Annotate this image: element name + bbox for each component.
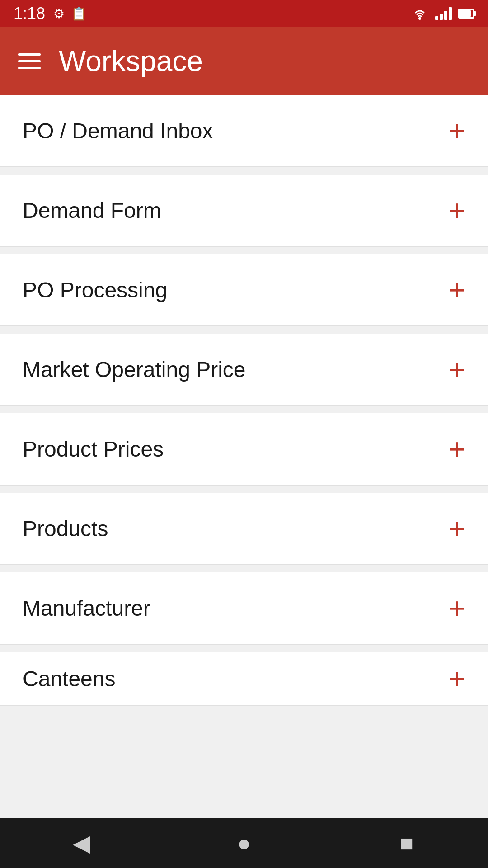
svg-point-0 [418,17,421,20]
wifi-icon [411,7,429,20]
list-gap-1 [0,167,488,175]
status-icons: ⚙ 📋 [53,6,87,21]
hamburger-line-1 [18,53,41,56]
list-item-label-po-processing: PO Processing [23,278,167,302]
list-gap-6 [0,565,488,572]
hamburger-line-2 [18,60,41,62]
list-item-products[interactable]: Products + [0,493,488,565]
recent-apps-button[interactable]: ■ [384,821,429,866]
add-products-button[interactable]: + [449,514,465,543]
list-gap-3 [0,326,488,334]
status-bar-right [411,7,474,20]
list-item-po-demand-inbox[interactable]: PO / Demand Inbox + [0,95,488,167]
list-item-manufacturer[interactable]: Manufacturer + [0,572,488,645]
add-po-processing-button[interactable]: + [449,276,465,305]
home-button[interactable]: ● [221,821,267,866]
add-po-demand-inbox-button[interactable]: + [449,117,465,146]
bottom-nav-bar: ◀ ● ■ [0,818,488,868]
list-item-label-demand-form: Demand Form [23,198,161,223]
list-gap-4 [0,406,488,413]
add-manufacturer-button[interactable]: + [449,594,465,623]
hamburger-line-3 [18,67,41,69]
list-gap-5 [0,486,488,493]
app-title: Workspace [59,44,203,78]
list-gap-7 [0,645,488,652]
status-time: 1:18 [14,4,45,23]
list-item-product-prices[interactable]: Product Prices + [0,413,488,486]
workspace-list: PO / Demand Inbox + Demand Form + PO Pro… [0,95,488,818]
list-item-label-products: Products [23,516,108,541]
add-product-prices-button[interactable]: + [449,435,465,464]
list-item-label-product-prices: Product Prices [23,437,164,462]
list-gap-2 [0,247,488,254]
list-item-canteens[interactable]: Canteens + [0,652,488,706]
list-item-label-market-operating-price: Market Operating Price [23,357,246,382]
list-item-label-manufacturer: Manufacturer [23,596,150,621]
back-button[interactable]: ◀ [59,821,104,866]
signal-bars-icon [435,7,452,20]
app-bar: Workspace [0,27,488,95]
list-item-demand-form[interactable]: Demand Form + [0,175,488,247]
status-bar: 1:18 ⚙ 📋 [0,0,488,27]
add-canteens-button[interactable]: + [449,665,465,693]
battery-icon [458,9,474,19]
clipboard-icon: 📋 [71,6,87,21]
list-item-market-operating-price[interactable]: Market Operating Price + [0,334,488,406]
hamburger-menu-button[interactable] [18,53,41,69]
settings-icon: ⚙ [53,6,65,21]
add-market-operating-price-button[interactable]: + [449,355,465,384]
list-item-po-processing[interactable]: PO Processing + [0,254,488,326]
add-demand-form-button[interactable]: + [449,196,465,225]
list-item-label-po-demand-inbox: PO / Demand Inbox [23,118,213,143]
status-bar-left: 1:18 ⚙ 📋 [14,4,87,23]
list-item-label-canteens: Canteens [23,666,115,691]
